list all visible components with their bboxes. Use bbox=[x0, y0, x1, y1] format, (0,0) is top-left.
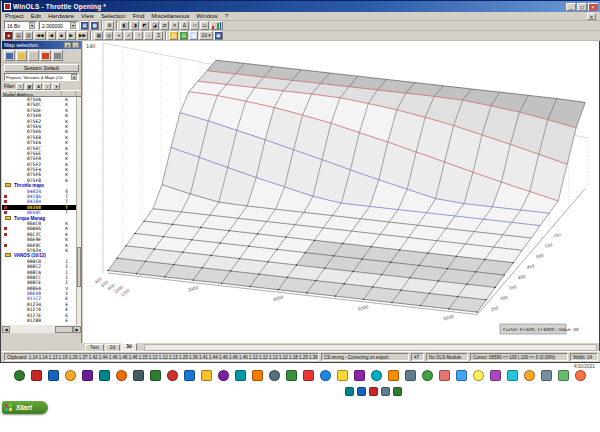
filter-button-1[interactable]: ▦ bbox=[25, 83, 33, 90]
insert-col-left-icon[interactable]: ◧ bbox=[120, 21, 129, 30]
dock-app-icon-23[interactable] bbox=[388, 370, 399, 381]
panel-pin-icon[interactable]: ▾ bbox=[64, 42, 71, 48]
menu-item-miscellaneous[interactable]: Miscellaneous bbox=[151, 13, 189, 19]
scroll-right-icon[interactable]: ▶ bbox=[73, 326, 81, 333]
view-3d-icon[interactable]: ▩ bbox=[90, 21, 99, 30]
selection-icon[interactable]: ▣ bbox=[214, 31, 223, 40]
last-map-icon[interactable]: ▶▶ bbox=[77, 31, 89, 40]
chart-hscrollbar[interactable] bbox=[144, 344, 597, 351]
maps-folder-icon[interactable]: ▤ bbox=[169, 31, 178, 40]
insert-row-up-icon[interactable]: ◩ bbox=[140, 21, 149, 30]
next-map-icon[interactable]: ▶ bbox=[67, 31, 76, 40]
dock-app-icon-22[interactable] bbox=[371, 370, 382, 381]
session-button[interactable]: Session: Default bbox=[4, 64, 79, 72]
checksum-icon[interactable]: ▤ bbox=[179, 31, 188, 40]
dock-app-icon-4[interactable] bbox=[65, 370, 76, 381]
close-button[interactable]: × bbox=[588, 3, 598, 11]
menu-item-project[interactable]: Project bbox=[5, 13, 24, 19]
swap-axes-icon[interactable]: ⇄ bbox=[160, 21, 169, 30]
column-header-type[interactable] bbox=[62, 91, 76, 96]
map-list-hscrollbar[interactable]: ◀ ▶ bbox=[2, 325, 81, 333]
menu-item--[interactable]: ? bbox=[225, 13, 228, 19]
dock-app-icon-18[interactable] bbox=[303, 370, 314, 381]
filter-button-3[interactable]: ✓ bbox=[43, 83, 51, 90]
map-list-icon[interactable]: ▦ bbox=[189, 31, 198, 40]
dock-app-icon-9[interactable] bbox=[150, 370, 161, 381]
menu-item-window[interactable]: Window bbox=[196, 13, 217, 19]
start-button[interactable]: Start bbox=[2, 401, 48, 414]
sum-icon[interactable]: Σ bbox=[154, 31, 163, 40]
minimize-button[interactable]: _ bbox=[566, 3, 576, 11]
dock-app-icon-6[interactable] bbox=[99, 370, 110, 381]
dock-app-icon-20[interactable] bbox=[337, 370, 348, 381]
dock-app-icon-7[interactable] bbox=[116, 370, 127, 381]
toolbar-combo2[interactable]: 2.000000▾ bbox=[39, 21, 79, 30]
title-bar[interactable]: WinOLS - Throttle Opening * _ □ × bbox=[2, 1, 600, 12]
save-project-icon[interactable]: ▥ bbox=[24, 31, 33, 40]
column-header-Address[interactable]: Address bbox=[16, 91, 62, 96]
scroll-left-icon[interactable]: ◀ bbox=[2, 326, 10, 333]
dock-app-icon-14[interactable] bbox=[235, 370, 246, 381]
dock-app-icon-17[interactable] bbox=[286, 370, 297, 381]
histogram-icon[interactable] bbox=[210, 21, 223, 30]
add-icon[interactable]: + bbox=[114, 31, 123, 40]
dock-app-icon-33[interactable] bbox=[558, 370, 569, 381]
filter-button-4[interactable]: ▾ bbox=[52, 83, 60, 90]
tab-2d[interactable]: 2d bbox=[105, 344, 120, 351]
export-icon[interactable] bbox=[52, 50, 63, 61]
project-icon[interactable]: ● bbox=[4, 31, 13, 40]
toolbar-combo1[interactable]: 16 Bit▾ bbox=[4, 21, 38, 30]
panel-close-icon[interactable]: × bbox=[72, 42, 79, 48]
dock-app-icon-19[interactable] bbox=[320, 370, 331, 381]
up-icon[interactable]: ↑ bbox=[134, 31, 143, 40]
tab-text[interactable]: Text bbox=[85, 344, 104, 351]
dock-app-icon-8[interactable] bbox=[133, 370, 144, 381]
dock-app-icon-32[interactable] bbox=[541, 370, 552, 381]
child-close-icon[interactable]: × bbox=[587, 13, 596, 20]
subdock-app-icon-1[interactable] bbox=[345, 387, 354, 396]
3d-surface-chart[interactable]: 1404006008001000120020004000600080002503… bbox=[83, 41, 599, 343]
dock-app-icon-15[interactable] bbox=[252, 370, 263, 381]
dock-app-icon-12[interactable] bbox=[201, 370, 212, 381]
dock-app-icon-11[interactable] bbox=[184, 370, 195, 381]
panel-header[interactable]: Map selection ▾ × bbox=[2, 41, 81, 49]
prev-map-icon[interactable]: ◀ bbox=[47, 31, 56, 40]
menu-item-view[interactable]: View bbox=[81, 13, 94, 19]
scope-dropdown[interactable]: Projects, Versions & Maps (Ctr ▾ bbox=[4, 73, 79, 81]
dock-app-icon-3[interactable] bbox=[48, 370, 59, 381]
dock-app-icon-26[interactable] bbox=[439, 370, 450, 381]
dock-app-icon-27[interactable] bbox=[456, 370, 467, 381]
zoom-icon[interactable]: ◎ bbox=[104, 31, 113, 40]
down-icon[interactable]: ↓ bbox=[144, 31, 153, 40]
open-project-icon[interactable]: ▤ bbox=[14, 31, 23, 40]
dock-app-icon-31[interactable] bbox=[524, 370, 535, 381]
dock-app-icon-1[interactable] bbox=[14, 370, 25, 381]
dock-app-icon-13[interactable] bbox=[218, 370, 229, 381]
dock-app-icon-30[interactable] bbox=[507, 370, 518, 381]
menu-item-selection[interactable]: Selection bbox=[101, 13, 126, 19]
filter-button-2[interactable]: A bbox=[34, 83, 42, 90]
insert-row-down-icon[interactable]: ◪ bbox=[150, 21, 159, 30]
filter-button-0[interactable]: ≡ bbox=[16, 83, 24, 90]
dock-app-icon-2[interactable] bbox=[31, 370, 42, 381]
view-2d-icon[interactable]: ▦ bbox=[80, 21, 89, 30]
menu-item-find[interactable]: Find bbox=[133, 13, 145, 19]
apply-icon[interactable]: ✓ bbox=[124, 31, 133, 40]
stop-icon[interactable]: ■ bbox=[57, 31, 66, 40]
subdock-app-icon-4[interactable] bbox=[381, 387, 390, 396]
menu-item-edit[interactable]: Edit bbox=[31, 13, 41, 19]
first-map-icon[interactable]: ◀◀ bbox=[34, 31, 46, 40]
map-list-vscrollbar[interactable] bbox=[76, 97, 81, 325]
dock-app-icon-21[interactable] bbox=[354, 370, 365, 381]
insert-col-right-icon[interactable]: ◨ bbox=[130, 21, 139, 30]
folder-dropdown-icon[interactable] bbox=[28, 50, 39, 61]
menu-item-hardware[interactable]: Hardware bbox=[48, 13, 74, 19]
text-view-icon[interactable]: ≣ bbox=[105, 21, 114, 30]
dock-app-icon-10[interactable] bbox=[167, 370, 178, 381]
previous-map-icon[interactable]: ◁ bbox=[190, 21, 199, 30]
window-icon[interactable]: ▭ bbox=[200, 21, 209, 30]
dock-app-icon-28[interactable] bbox=[473, 370, 484, 381]
dock-app-icon-34[interactable] bbox=[575, 370, 586, 381]
subdock-app-icon-3[interactable] bbox=[369, 387, 378, 396]
dock-app-icon-25[interactable] bbox=[422, 370, 433, 381]
